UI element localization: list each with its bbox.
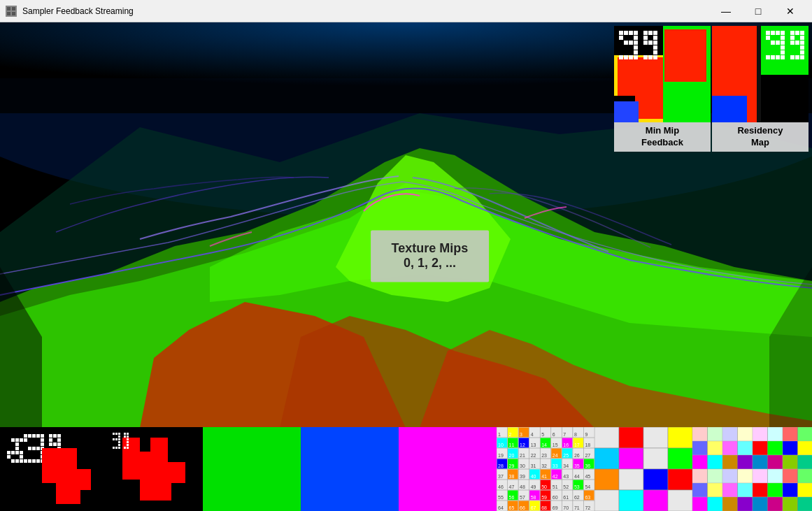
- title-bar: Sampler Feedback Streaming — □ ✕: [0, 0, 812, 22]
- mip-level-7-cell: [692, 427, 812, 511]
- svg-rect-0: [7, 7, 10, 10]
- window-title: Sampler Feedback Streaming: [22, 6, 134, 16]
- mip-level-2-cell: [203, 427, 301, 511]
- terrain-viewport: Texture Mips 0, 1, 2, ... Min Mip Feedba…: [0, 22, 812, 428]
- mip-level-1-cell: [101, 427, 203, 511]
- texture-mips-overlay: Texture Mips 0, 1, 2, ...: [371, 230, 490, 282]
- svg-rect-2: [7, 12, 10, 15]
- min-mip-panel: Min Mip Feedback: [614, 26, 711, 152]
- min-mip-canvas: [614, 26, 711, 122]
- texture-mips-title: Texture Mips: [392, 241, 469, 256]
- min-mip-thumbnail: [614, 26, 711, 122]
- texture-mips-values: 0, 1, 2, ...: [392, 256, 469, 271]
- residency-label: Residency Map: [712, 122, 809, 152]
- svg-rect-3: [12, 12, 15, 15]
- mip5-canvas: [497, 427, 594, 511]
- svg-rect-1: [12, 7, 15, 10]
- min-mip-label: Min Mip Feedback: [614, 122, 711, 152]
- overlay-panels: Min Mip Feedback Residency Map: [614, 26, 809, 153]
- title-bar-left: Sampler Feedback Streaming: [6, 6, 134, 17]
- residency-panel: Residency Map: [712, 26, 809, 152]
- residency-canvas: [712, 26, 809, 122]
- mip-level-3-cell: [301, 427, 399, 511]
- mip7-canvas: [692, 427, 812, 511]
- close-button[interactable]: ✕: [774, 0, 806, 22]
- mip-level-5-cell: [497, 427, 594, 511]
- residency-thumbnail: [712, 26, 809, 122]
- minimize-button[interactable]: —: [710, 0, 742, 22]
- mip-level-4-cell: [399, 427, 497, 511]
- window-controls: — □ ✕: [710, 0, 806, 22]
- mip-level-0-cell: [0, 427, 101, 511]
- app-icon: [6, 6, 17, 17]
- mip6-canvas: [594, 427, 692, 511]
- maximize-button[interactable]: □: [742, 0, 774, 22]
- main-content: Texture Mips 0, 1, 2, ... Min Mip Feedba…: [0, 22, 812, 511]
- mip-level-6-cell: [594, 427, 692, 511]
- mip1-canvas: [101, 427, 203, 511]
- mip0-canvas: [0, 427, 101, 511]
- thumbnail-row: Min Mip Feedback Residency Map: [614, 26, 809, 152]
- bottom-strip: [0, 427, 812, 511]
